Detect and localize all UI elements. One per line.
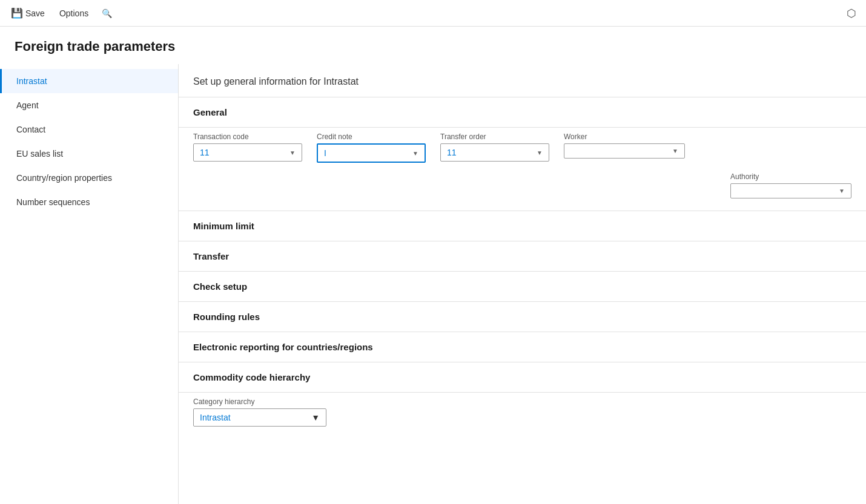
toolbar-right: ⬡	[842, 4, 861, 23]
chevron-down-icon: ▼	[672, 148, 678, 154]
sidebar-item-agent[interactable]: Agent	[0, 93, 178, 117]
authority-group: Authority ▼	[730, 172, 851, 198]
category-hierarchy-label: Category hierarchy	[193, 398, 851, 406]
sidebar-item-country-region[interactable]: Country/region properties	[0, 166, 178, 190]
category-hierarchy-group: Category hierarchy Intrastat ▼	[193, 398, 851, 427]
main-content: Set up general information for Intrastat…	[179, 64, 866, 504]
commodity-form: Category hierarchy Intrastat ▼	[179, 393, 866, 439]
chevron-down-icon: ▼	[839, 188, 845, 194]
transaction-code-group: Transaction code 11 ▼	[193, 133, 302, 163]
sidebar-item-number-sequences[interactable]: Number sequences	[0, 190, 178, 214]
transfer-order-select[interactable]: 11 ▼	[440, 143, 549, 162]
transfer-order-group: Transfer order 11 ▼	[440, 133, 549, 163]
options-button[interactable]: Options	[53, 5, 94, 22]
section-general-title[interactable]: General	[179, 97, 866, 127]
category-hierarchy-value: Intrastat	[200, 413, 231, 422]
sidebar: Intrastat Agent Contact EU sales list Co…	[0, 64, 179, 504]
content-area: Intrastat Agent Contact EU sales list Co…	[0, 64, 866, 504]
authority-label: Authority	[730, 172, 851, 181]
worker-select[interactable]: ▼	[564, 143, 685, 159]
transaction-code-label: Transaction code	[193, 133, 302, 141]
page-container: Foreign trade parameters Intrastat Agent…	[0, 27, 866, 504]
chevron-down-icon: ▼	[289, 149, 296, 156]
section-rounding-rules-title[interactable]: Rounding rules	[179, 302, 866, 332]
transaction-code-value: 11	[200, 148, 210, 157]
general-form-row2: Authority ▼	[193, 172, 851, 198]
section-commodity-code-title[interactable]: Commodity code hierarchy	[179, 362, 866, 392]
section-transfer-title[interactable]: Transfer	[179, 241, 866, 271]
sidebar-item-label: Number sequences	[16, 197, 90, 207]
sidebar-item-contact[interactable]: Contact	[0, 117, 178, 142]
credit-note-label: Credit note	[317, 133, 426, 141]
chevron-down-icon: ▼	[537, 149, 543, 156]
worker-label: Worker	[564, 133, 685, 141]
settings-button[interactable]: ⬡	[842, 4, 861, 23]
credit-note-value: I	[324, 148, 326, 158]
section-electronic-reporting-title[interactable]: Electronic reporting for countries/regio…	[179, 332, 866, 362]
chevron-down-icon: ▼	[311, 413, 320, 422]
general-form: Transaction code 11 ▼ Credit note I ▼	[179, 128, 866, 211]
page-title: Foreign trade parameters	[0, 27, 866, 64]
search-icon: 🔍	[102, 8, 112, 18]
transaction-code-select[interactable]: 11 ▼	[193, 143, 302, 162]
sidebar-item-label: Country/region properties	[16, 173, 112, 183]
credit-note-select[interactable]: I ▼	[317, 143, 426, 163]
search-button[interactable]: 🔍	[99, 6, 114, 21]
settings-icon: ⬡	[847, 7, 856, 20]
toolbar: 💾 Save Options 🔍 ⬡	[0, 0, 866, 27]
section-minimum-limit-title[interactable]: Minimum limit	[179, 211, 866, 241]
sidebar-item-intrastat[interactable]: Intrastat	[0, 69, 178, 93]
transfer-order-value: 11	[447, 148, 457, 157]
sidebar-item-label: Contact	[16, 125, 45, 134]
section-header: Set up general information for Intrastat	[179, 64, 866, 97]
save-button[interactable]: 💾 Save	[5, 4, 51, 22]
section-check-setup-title[interactable]: Check setup	[179, 272, 866, 301]
transfer-order-label: Transfer order	[440, 133, 549, 141]
save-label: Save	[25, 8, 45, 18]
credit-note-group: Credit note I ▼	[317, 133, 426, 163]
sidebar-item-eu-sales-list[interactable]: EU sales list	[0, 142, 178, 166]
sidebar-item-label: Intrastat	[16, 76, 47, 86]
sidebar-item-label: Agent	[16, 100, 39, 110]
authority-select[interactable]: ▼	[730, 183, 851, 198]
worker-group: Worker ▼	[564, 133, 685, 163]
options-label: Options	[59, 8, 88, 18]
chevron-down-icon: ▼	[412, 150, 418, 157]
save-icon: 💾	[11, 7, 23, 19]
general-form-row: Transaction code 11 ▼ Credit note I ▼	[193, 133, 851, 163]
category-hierarchy-select[interactable]: Intrastat ▼	[193, 408, 326, 427]
sidebar-item-label: EU sales list	[16, 149, 63, 159]
